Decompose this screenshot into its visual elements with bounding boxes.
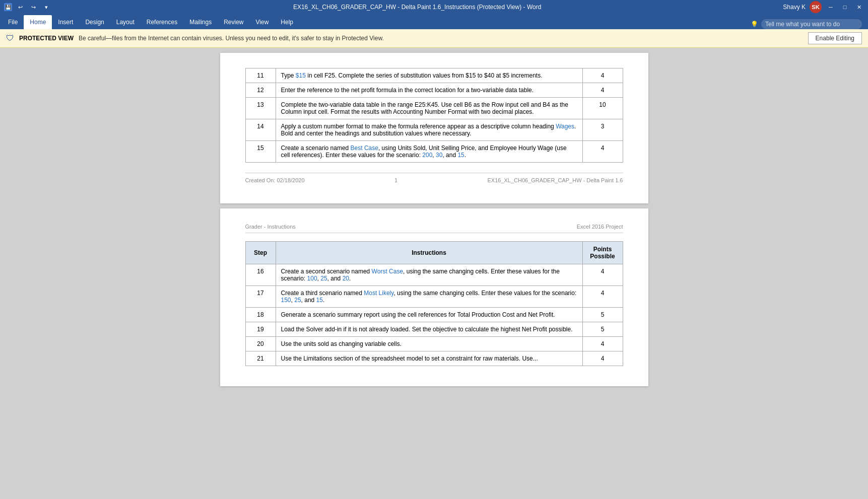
window-title: EX16_XL_CH06_GRADER_CAP_HW - Delta Paint… <box>51 4 783 11</box>
tab-review[interactable]: Review <box>218 15 249 29</box>
undo-button[interactable]: ↩ <box>15 3 25 11</box>
instruction-cell: Create a second scenario named Worst Cas… <box>276 264 582 286</box>
title-bar-left: 💾 ↩ ↪ ▾ <box>4 3 51 11</box>
link-200[interactable]: 200 <box>422 152 432 159</box>
user-name: Shavy K <box>783 4 806 11</box>
link-most-likely[interactable]: Most Likely <box>364 290 393 297</box>
link-best-case[interactable]: Best Case <box>351 145 378 152</box>
step-cell: 18 <box>245 308 276 322</box>
table-header-row: Step Instructions PointsPossible <box>245 242 623 264</box>
tab-insert[interactable]: Insert <box>52 15 79 29</box>
table-row: 13 Complete the two-variable data table … <box>245 98 623 119</box>
lightbulb-icon: 💡 <box>751 21 758 28</box>
link-100[interactable]: 100 <box>307 275 317 282</box>
instruction-cell: Create a third scenario named Most Likel… <box>276 286 582 308</box>
instruction-cell: Enter the reference to the net profit fo… <box>276 83 582 98</box>
points-cell: 4 <box>582 337 623 351</box>
table-row: 17 Create a third scenario named Most Li… <box>245 286 623 308</box>
tab-layout[interactable]: Layout <box>110 15 141 29</box>
points-cell: 4 <box>582 351 623 366</box>
link-25[interactable]: 25 <box>320 275 327 282</box>
link-15b[interactable]: 15 <box>457 152 464 159</box>
tell-me-section: 💡 <box>745 19 868 29</box>
tell-me-input[interactable] <box>761 19 862 29</box>
points-cell: 3 <box>582 119 623 141</box>
tab-references[interactable]: References <box>141 15 183 29</box>
step-cell: 15 <box>245 141 276 163</box>
tab-file[interactable]: File <box>2 15 24 29</box>
instruction-cell: Use the Limitations section of the sprea… <box>276 351 582 366</box>
save-icon[interactable]: 💾 <box>4 3 12 11</box>
redo-button[interactable]: ↪ <box>28 3 38 11</box>
points-cell: 4 <box>582 264 623 286</box>
title-bar: 💾 ↩ ↪ ▾ EX16_XL_CH06_GRADER_CAP_HW - Del… <box>0 0 868 14</box>
instruction-cell: Create a scenario named Best Case, using… <box>276 141 582 163</box>
header-instructions: Instructions <box>276 242 582 264</box>
header-step: Step <box>245 242 276 264</box>
instructions-table-1: 11 Type $15 in cell F25. Complete the se… <box>245 68 623 163</box>
table-row: 12 Enter the reference to the net profit… <box>245 83 623 98</box>
footer-filename: EX16_XL_CH06_GRADER_CAP_HW - Delta Paint… <box>487 177 623 183</box>
points-cell: 4 <box>582 68 623 83</box>
table-row: 20 Use the units sold as changing variab… <box>245 337 623 351</box>
instruction-cell: Load the Solver add-in if it is not alre… <box>276 322 582 337</box>
table-row: 11 Type $15 in cell F25. Complete the se… <box>245 68 623 83</box>
tab-home[interactable]: Home <box>24 15 52 29</box>
instruction-cell: Type $15 in cell F25. Complete the serie… <box>276 68 582 83</box>
table-row: 15 Create a scenario named Best Case, us… <box>245 141 623 163</box>
page-footer-1: Created On: 02/18/2020 1 EX16_XL_CH06_GR… <box>245 173 623 183</box>
page-2: Grader - Instructions Excel 2016 Project… <box>220 208 648 386</box>
tab-mailings[interactable]: Mailings <box>183 15 218 29</box>
footer-created: Created On: 02/18/2020 <box>245 177 305 183</box>
avatar[interactable]: SK <box>810 1 822 13</box>
document-area: 11 Type $15 in cell F25. Complete the se… <box>0 48 868 499</box>
link-25b[interactable]: 25 <box>294 297 301 304</box>
protected-view-label: PROTECTED VIEW <box>19 35 74 42</box>
tab-help[interactable]: Help <box>275 15 299 29</box>
footer-page-number: 1 <box>394 177 397 183</box>
link-30[interactable]: 30 <box>436 152 442 159</box>
shield-icon: 🛡 <box>6 34 14 43</box>
link-150[interactable]: 150 <box>281 297 291 304</box>
table-row: 16 Create a second scenario named Worst … <box>245 264 623 286</box>
page-1: 11 Type $15 in cell F25. Complete the se… <box>220 53 648 203</box>
protected-view-message: Be careful—files from the Internet can c… <box>79 35 803 42</box>
close-button[interactable]: ✕ <box>854 3 864 11</box>
grader-header: Grader - Instructions Excel 2016 Project <box>245 224 623 233</box>
grader-header-right: Excel 2016 Project <box>577 224 623 230</box>
points-cell: 4 <box>582 141 623 163</box>
header-points: PointsPossible <box>582 242 623 264</box>
link-wages[interactable]: Wages <box>556 123 574 130</box>
step-cell: 20 <box>245 337 276 351</box>
instruction-cell: Apply a custom number format to make the… <box>276 119 582 141</box>
tab-design[interactable]: Design <box>79 15 110 29</box>
points-cell: 10 <box>582 98 623 119</box>
table-row: 18 Generate a scenario summary report us… <box>245 308 623 322</box>
maximize-button[interactable]: □ <box>840 3 850 11</box>
table-row: 21 Use the Limitations section of the sp… <box>245 351 623 366</box>
link-20[interactable]: 20 <box>343 275 349 282</box>
step-cell: 13 <box>245 98 276 119</box>
table-row: 19 Load the Solver add-in if it is not a… <box>245 322 623 337</box>
step-cell: 16 <box>245 264 276 286</box>
instruction-cell: Complete the two-variable data table in … <box>276 98 582 119</box>
link-15[interactable]: $15 <box>296 72 306 79</box>
link-worst-case[interactable]: Worst Case <box>372 268 403 275</box>
instruction-cell: Use the units sold as changing variable … <box>276 337 582 351</box>
points-cell: 5 <box>582 308 623 322</box>
minimize-button[interactable]: ─ <box>826 3 836 11</box>
ribbon-tabs: File Home Insert Design Layout Reference… <box>0 14 868 29</box>
enable-editing-button[interactable]: Enable Editing <box>808 32 862 44</box>
points-cell: 5 <box>582 322 623 337</box>
step-cell: 14 <box>245 119 276 141</box>
link-15c[interactable]: 15 <box>316 297 323 304</box>
step-cell: 19 <box>245 322 276 337</box>
step-cell: 12 <box>245 83 276 98</box>
points-cell: 4 <box>582 83 623 98</box>
step-cell: 21 <box>245 351 276 366</box>
grader-header-left: Grader - Instructions <box>245 224 296 230</box>
title-bar-right: Shavy K SK ─ □ ✕ <box>783 1 864 13</box>
tab-view[interactable]: View <box>250 15 275 29</box>
step-cell: 11 <box>245 68 276 83</box>
customize-button[interactable]: ▾ <box>41 3 51 11</box>
